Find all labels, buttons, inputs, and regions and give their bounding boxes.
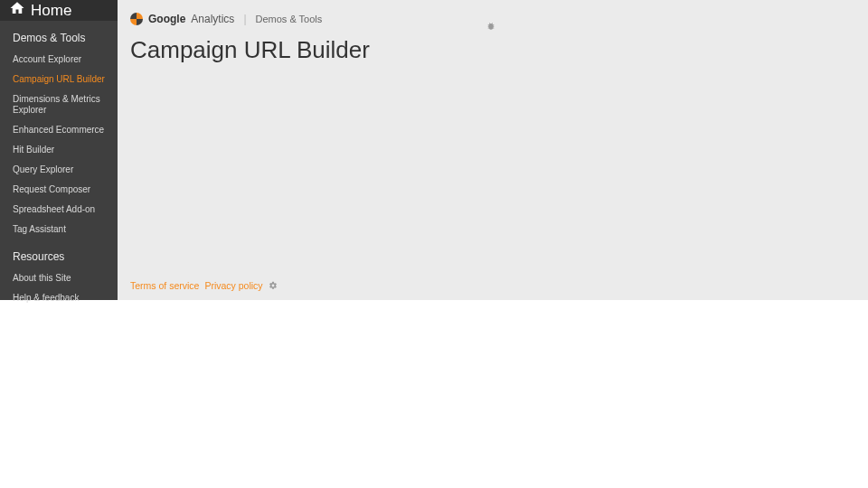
sidebar-item-account-explorer[interactable]: Account Explorer [0, 50, 118, 70]
main-content: Google Analytics | Demos & Tools Campaig… [118, 0, 868, 300]
sidebar-item-enhanced-ecommerce[interactable]: Enhanced Ecommerce [0, 120, 118, 140]
sidebar-item-tag-assistant[interactable]: Tag Assistant [0, 220, 118, 239]
sidebar-item-spreadsheet-addon[interactable]: Spreadsheet Add-on [0, 200, 118, 220]
sidebar-home[interactable]: Home [0, 0, 118, 21]
sidebar-item-about-site[interactable]: About this Site [0, 268, 118, 288]
gear-icon[interactable] [269, 281, 278, 290]
sidebar-item-help-feedback[interactable]: Help & feedback [0, 288, 118, 308]
brand-subtitle: Demos & Tools [256, 14, 323, 24]
footer-privacy-link[interactable]: Privacy policy [204, 280, 262, 291]
ga-logo-icon [130, 13, 143, 25]
sidebar-section-title-resources: Resources [0, 239, 118, 268]
home-label: Home [31, 2, 71, 20]
bug-icon [486, 22, 495, 31]
footer-terms-link[interactable]: Terms of service [130, 280, 199, 291]
page-title: Campaign URL Builder [130, 36, 855, 64]
sidebar-item-campaign-url-builder[interactable]: Campaign URL Builder [0, 70, 118, 89]
footer: Terms of service Privacy policy [130, 273, 855, 291]
sidebar-item-dimensions-metrics[interactable]: Dimensions & Metrics Explorer [0, 89, 118, 120]
sidebar-item-request-composer[interactable]: Request Composer [0, 180, 118, 200]
home-icon [9, 0, 25, 21]
app-shell: Home Demos & Tools Account Explorer Camp… [0, 0, 868, 300]
sidebar-item-query-explorer[interactable]: Query Explorer [0, 160, 118, 180]
brand-google: Google [148, 13, 185, 25]
brand-separator: | [240, 13, 250, 25]
brand-analytics: Analytics [191, 13, 234, 25]
sidebar-item-hit-builder[interactable]: Hit Builder [0, 140, 118, 160]
sidebar: Home Demos & Tools Account Explorer Camp… [0, 0, 118, 300]
sidebar-section-title-demos: Demos & Tools [0, 21, 118, 50]
